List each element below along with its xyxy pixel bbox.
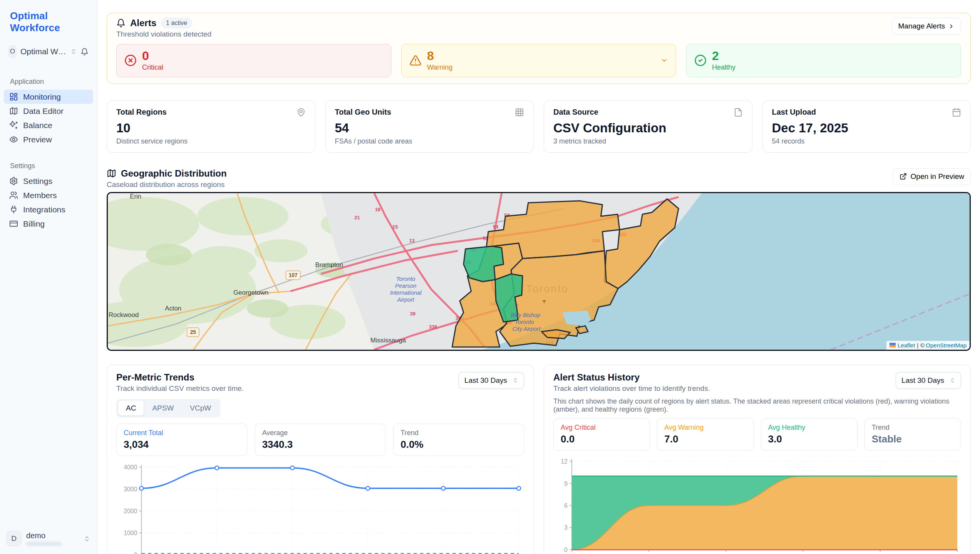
svg-text:15: 15: [392, 224, 398, 230]
stat-card-data-source: Data Source CSV Configuration 3 metrics …: [544, 100, 752, 153]
chevrons-up-down-icon: [950, 377, 955, 383]
workspace-selector[interactable]: O Optimal Workforce...: [5, 43, 92, 60]
trends-range-select[interactable]: Last 30 Days: [459, 372, 524, 389]
svg-text:3000: 3000: [124, 486, 137, 492]
tab-apsw[interactable]: APSW: [144, 401, 181, 416]
alerts-subtitle: Threshold violations detected: [116, 30, 211, 38]
history-trend-value: Stable: [872, 433, 954, 445]
stat-label: Data Source: [553, 108, 598, 117]
workspace-avatar: O: [8, 45, 17, 58]
tab-vcpw[interactable]: VCpW: [182, 401, 219, 416]
chevrons-up-down-icon: [70, 48, 77, 55]
chevron-right-icon: [948, 23, 955, 30]
sidebar-item-integrations[interactable]: Integrations: [4, 202, 93, 217]
per-metric-trends-card: Per-Metric Trends Track individual CSV m…: [107, 365, 534, 554]
app-title: Optimal Workforce: [0, 10, 97, 34]
critical-count: 0: [142, 50, 163, 63]
sidebar-item-label: Data Editor: [23, 107, 64, 116]
nav-section-settings: Settings: [0, 162, 97, 170]
svg-text:Toronto: Toronto: [396, 276, 415, 282]
avg-healthy-label: Avg Healthy: [768, 424, 850, 432]
svg-text:Toronto: Toronto: [515, 319, 534, 325]
user-name: demo: [26, 531, 62, 540]
user-menu[interactable]: D demo: [0, 525, 97, 554]
svg-text:0: 0: [564, 546, 568, 553]
main-content: Alerts 1 active Threshold violations det…: [97, 0, 980, 554]
alert-status-history-card: Alert Status History Track alert violati…: [544, 365, 971, 554]
sidebar-item-settings[interactable]: Settings: [4, 174, 93, 188]
stat-label: Last Upload: [772, 108, 816, 117]
sidebar-item-preview[interactable]: Preview: [4, 132, 93, 147]
sidebar-item-label: Billing: [23, 219, 45, 229]
healthy-label: Healthy: [712, 63, 735, 72]
current-total-label: Current Total: [124, 429, 240, 437]
avg-warning-value: 7.0: [664, 433, 746, 445]
sidebar-item-billing[interactable]: Billing: [4, 217, 93, 231]
alerts-title: Alerts: [130, 18, 156, 28]
sidebar-item-label: Integrations: [23, 205, 65, 214]
gear-icon: [9, 177, 18, 185]
user-email-redacted: [26, 542, 62, 546]
manage-alerts-button[interactable]: Manage Alerts: [892, 18, 961, 35]
user-avatar: D: [6, 531, 22, 546]
warning-alert-card[interactable]: 8 Warning: [401, 44, 676, 77]
openstreetmap-link[interactable]: OpenStreetMap: [926, 342, 967, 349]
sidebar-item-balance[interactable]: Balance: [4, 118, 93, 132]
sidebar-item-data-editor[interactable]: Data Editor: [4, 104, 93, 118]
leaflet-link[interactable]: Leaflet: [898, 342, 915, 349]
trend-label: Trend: [400, 429, 517, 437]
svg-text:54: 54: [493, 224, 499, 230]
svg-text:107: 107: [289, 272, 298, 278]
external-link-icon: [900, 173, 907, 180]
avg-critical-label: Avg Critical: [561, 424, 643, 432]
tab-ac[interactable]: AC: [118, 401, 144, 416]
stat-card-total-geo-units: Total Geo Units 54 FSAs / postal code ar…: [325, 100, 534, 153]
chevron-down-icon[interactable]: [660, 57, 668, 64]
svg-text:6: 6: [564, 502, 568, 509]
trends-line-chart[interactable]: 01000200030004000Nov 30Dec 5Dec 11Dec 14…: [116, 461, 524, 554]
sidebar-item-members[interactable]: Members: [4, 188, 93, 202]
history-range-select[interactable]: Last 30 Days: [896, 372, 961, 389]
svg-text:12: 12: [561, 458, 568, 465]
history-area-chart[interactable]: 036912Nov 30Dec 5Dec 11Dec 14Dec 15Dec 1…: [553, 455, 961, 554]
avg-healthy-value: 3.0: [768, 433, 850, 445]
healthy-count: 2: [712, 50, 735, 63]
open-in-preview-label: Open in Preview: [911, 172, 964, 181]
sidebar-item-monitoring[interactable]: Monitoring: [4, 90, 93, 104]
sidebar: Optimal Workforce O Optimal Workforce...…: [0, 0, 97, 554]
svg-text:21: 21: [354, 215, 360, 220]
svg-text:City Airport: City Airport: [513, 326, 541, 332]
chevrons-up-down-icon: [84, 536, 90, 542]
open-in-preview-button[interactable]: Open in Preview: [893, 168, 971, 185]
stat-sub: FSAs / postal code areas: [335, 137, 524, 145]
history-subtitle: Track alert violations over time to iden…: [553, 384, 710, 393]
svg-text:International: International: [390, 290, 422, 296]
svg-text:Brampton: Brampton: [315, 261, 343, 269]
stat-value: CSV Configuration: [553, 121, 743, 135]
history-description: This chart shows the daily count of regi…: [553, 397, 961, 414]
svg-text:1000: 1000: [124, 530, 137, 536]
metric-tabs: AC APSW VCpW: [116, 399, 221, 417]
users-icon: [9, 191, 18, 200]
geographic-map[interactable]: 21 18 15 13 58 54 53 50 48 359 362 346 3…: [107, 192, 971, 351]
svg-text:0: 0: [134, 551, 137, 554]
avg-warning-box: Avg Warning 7.0: [657, 418, 754, 451]
svg-text:Airport: Airport: [397, 297, 414, 303]
sidebar-item-label: Settings: [23, 177, 52, 186]
check-circle-icon: [694, 54, 707, 67]
svg-text:Rockwood: Rockwood: [109, 311, 139, 319]
calendar-icon: [952, 108, 961, 117]
eye-icon: [9, 135, 18, 144]
bell-icon: [116, 18, 126, 28]
history-title: Alert Status History: [553, 372, 710, 383]
sidebar-item-label: Monitoring: [23, 92, 61, 102]
svg-text:Billy Bishop: Billy Bishop: [511, 312, 541, 318]
manage-alerts-label: Manage Alerts: [898, 22, 945, 30]
sidebar-item-label: Members: [23, 191, 57, 200]
notifications-bell-icon[interactable]: [80, 48, 89, 56]
map-canvas: 21 18 15 13 58 54 53 50 48 359 362 346 3…: [108, 193, 970, 350]
warning-label: Warning: [427, 63, 452, 72]
credit-card-icon: [9, 219, 18, 228]
map-pin-icon: [297, 108, 306, 117]
trend-value: 0.0%: [400, 439, 517, 451]
